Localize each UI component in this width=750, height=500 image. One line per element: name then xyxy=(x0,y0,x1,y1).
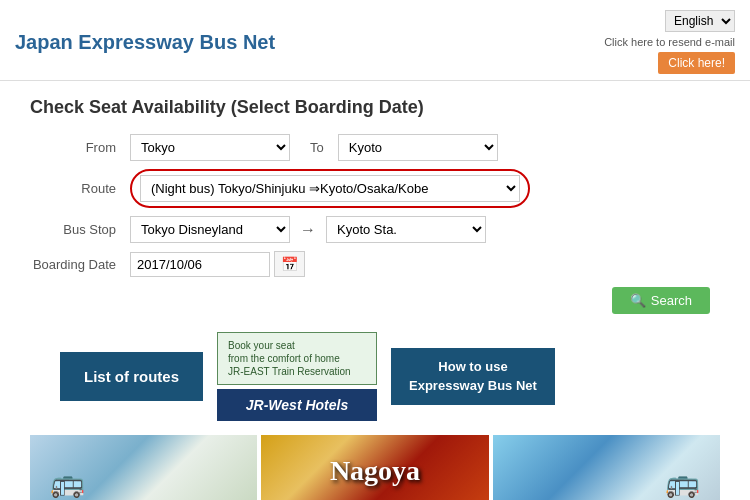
jr-east-line3: JR-EAST Train Reservation xyxy=(228,365,366,378)
from-label: From xyxy=(30,140,130,155)
jr-east-line2: from the comfort of home xyxy=(228,352,366,365)
route-label: Route xyxy=(30,181,130,196)
jr-east-banner[interactable]: Book your seat from the comfort of home … xyxy=(217,332,377,385)
arrow-icon: → xyxy=(300,221,316,239)
jr-west-banner[interactable]: JR-West Hotels xyxy=(217,389,377,421)
page-title: Check Seat Availability (Select Boarding… xyxy=(30,97,720,118)
bus-image-2 xyxy=(493,435,720,500)
language-select[interactable]: English xyxy=(665,10,735,32)
boarding-date-row: Boarding Date 📅 xyxy=(30,251,720,277)
image-row: Nagoya xyxy=(30,435,720,500)
bus-stop-row: Bus Stop Tokyo Disneyland → Kyoto Sta. xyxy=(30,216,720,243)
boarding-date-label: Boarding Date xyxy=(30,257,130,272)
search-button[interactable]: 🔍 Search xyxy=(612,287,710,314)
route-row: Route (Night bus) Tokyo/Shinjuku ⇒Kyoto/… xyxy=(30,169,720,208)
nagoya-text: Nagoya xyxy=(330,455,420,487)
sub-banners: Book your seat from the comfort of home … xyxy=(217,332,377,421)
search-row: 🔍 Search xyxy=(30,287,720,314)
from-select[interactable]: Tokyo xyxy=(130,134,290,161)
search-icon: 🔍 xyxy=(630,293,646,308)
nagoya-image: Nagoya xyxy=(261,435,488,500)
route-highlight: (Night bus) Tokyo/Shinjuku ⇒Kyoto/Osaka/… xyxy=(130,169,530,208)
resend-label: Click here to resend e-mail xyxy=(604,36,735,48)
click-here-button[interactable]: Click here! xyxy=(658,52,735,74)
bus-image-1 xyxy=(30,435,257,500)
list-routes-button[interactable]: List of routes xyxy=(60,352,203,401)
route-select[interactable]: (Night bus) Tokyo/Shinjuku ⇒Kyoto/Osaka/… xyxy=(140,175,520,202)
to-label: To xyxy=(310,140,324,155)
banner-row: List of routes Book your seat from the c… xyxy=(30,332,720,421)
bus-stop-to-select[interactable]: Kyoto Sta. xyxy=(326,216,486,243)
jr-east-line1: Book your seat xyxy=(228,339,366,352)
header: Japan Expressway Bus Net English Click h… xyxy=(0,0,750,81)
calendar-icon-button[interactable]: 📅 xyxy=(274,251,305,277)
from-to-row: From Tokyo To Kyoto xyxy=(30,134,720,161)
bus-stop-from-select[interactable]: Tokyo Disneyland xyxy=(130,216,290,243)
main-content: Check Seat Availability (Select Boarding… xyxy=(0,81,750,500)
how-to-use-button[interactable]: How to use Expressway Bus Net xyxy=(391,348,555,404)
header-right: English Click here to resend e-mail Clic… xyxy=(604,10,735,74)
bus-stop-label: Bus Stop xyxy=(30,222,130,237)
boarding-date-input[interactable] xyxy=(130,252,270,277)
to-select[interactable]: Kyoto xyxy=(338,134,498,161)
site-title: Japan Expressway Bus Net xyxy=(15,31,275,54)
